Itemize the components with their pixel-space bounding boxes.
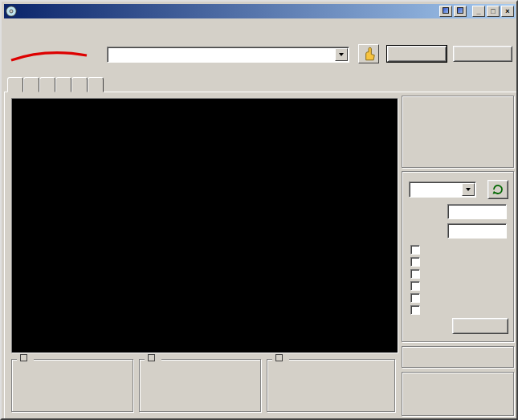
minimize-icon: _ — [473, 7, 484, 15]
settings-group — [402, 171, 514, 342]
refresh-button[interactable] — [487, 180, 508, 199]
menubar — [4, 18, 516, 33]
checkbox-box[interactable] — [410, 257, 420, 267]
pi-errors-stats-group — [11, 359, 133, 412]
checkbox-box — [410, 305, 420, 315]
jitter-legend-chip — [275, 354, 283, 361]
maximize-button[interactable]: □ — [487, 6, 500, 17]
titlebar[interactable]: _ □ × — [4, 4, 516, 18]
chevron-down-icon[interactable] — [335, 48, 348, 61]
tool-icon — [457, 7, 463, 14]
pi-errors-chart — [12, 99, 398, 226]
app-icon — [6, 6, 17, 17]
hand-tool-button[interactable] — [358, 44, 379, 63]
checkbox-quick-scan[interactable] — [410, 244, 424, 255]
menu-item-help[interactable] — [38, 24, 49, 27]
checkbox-show-read-speed[interactable] — [410, 292, 424, 304]
advanced-button[interactable] — [452, 318, 508, 334]
chevron-down-icon[interactable] — [462, 183, 475, 196]
titlebar-tool-button-1[interactable] — [439, 6, 452, 17]
checkbox-show-c2-pif[interactable] — [410, 268, 424, 279]
refresh-icon — [491, 182, 505, 197]
tool-icon — [443, 7, 449, 14]
quality-score-group — [402, 346, 514, 368]
chart-panel — [11, 98, 398, 353]
exit-button[interactable] — [453, 46, 512, 62]
hand-icon — [361, 46, 377, 62]
end-position-field[interactable] — [447, 223, 507, 239]
drive-select[interactable] — [107, 47, 349, 63]
speed-select[interactable] — [409, 181, 476, 198]
tabstrip — [7, 74, 104, 92]
minimize-button[interactable]: _ — [472, 6, 485, 17]
titlebar-tool-button-2[interactable] — [454, 6, 467, 17]
jitter-stats-group — [267, 359, 395, 412]
pi-failures-legend-chip — [148, 354, 155, 361]
checkbox-show-jitter[interactable] — [410, 280, 424, 292]
progress-group — [402, 372, 514, 416]
checkbox-box[interactable] — [410, 293, 420, 303]
checkbox-show-c1-pie[interactable] — [410, 256, 424, 267]
checkbox-box[interactable] — [410, 269, 420, 279]
start-button[interactable] — [387, 46, 447, 62]
close-icon: × — [502, 7, 513, 15]
nero-swoosh — [10, 51, 90, 63]
tab-scandisc[interactable] — [71, 77, 88, 92]
disc-info-group — [402, 96, 514, 168]
pi-failures-stats-group — [139, 359, 261, 412]
menu-item-file[interactable] — [4, 24, 15, 27]
close-button[interactable]: × — [501, 6, 514, 17]
checkbox-box[interactable] — [410, 245, 420, 255]
pi-errors-legend-chip — [20, 354, 27, 361]
tab-create-disc[interactable] — [23, 77, 39, 92]
menu-item-extra[interactable] — [27, 24, 38, 27]
tab-benchmark[interactable] — [7, 77, 23, 92]
tab-disc-quality[interactable] — [55, 77, 71, 92]
maximize-icon: □ — [487, 7, 499, 15]
checkbox-show-write-speed — [410, 304, 424, 316]
tab-disc-info[interactable] — [39, 77, 55, 92]
menu-item-run-test[interactable] — [15, 24, 27, 27]
pif-jitter-chart — [12, 226, 398, 354]
checkbox-box[interactable] — [410, 281, 420, 291]
tab-ta-jitter[interactable] — [88, 77, 104, 92]
app-window: _ □ × — [0, 0, 518, 420]
start-position-field[interactable] — [447, 204, 507, 219]
